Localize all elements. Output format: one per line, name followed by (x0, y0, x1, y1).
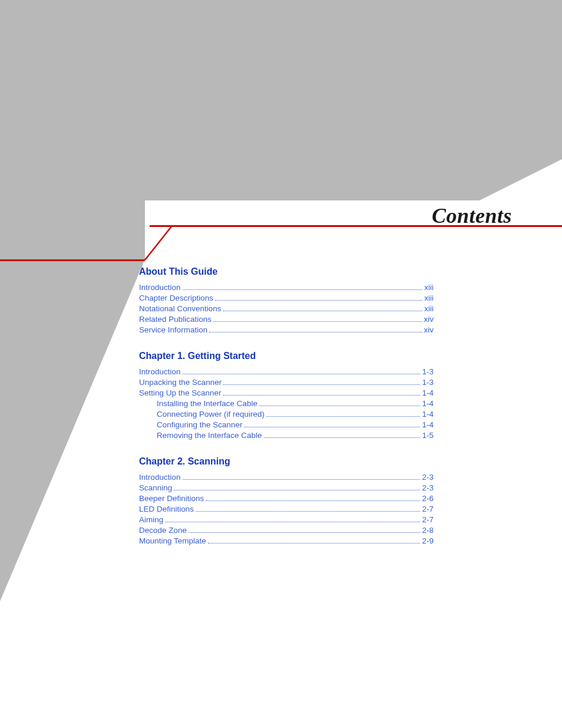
toc-entry-page: 2-7 (422, 505, 434, 513)
toc-entry[interactable]: Scanning2-3 (139, 483, 434, 492)
toc-leader-dots (215, 300, 422, 301)
section-heading[interactable]: About This Guide (139, 266, 434, 277)
toc-entry-label: Setting Up the Scanner (139, 388, 222, 397)
toc-entry-page: 1-4 (422, 399, 434, 408)
toc-entry[interactable]: Aiming2-7 (139, 515, 434, 524)
toc-leader-dots (183, 374, 421, 374)
toc-entry-label: Service Information (139, 325, 207, 334)
toc-entry-label: Introduction (139, 283, 181, 292)
toc-entry[interactable]: Mounting Template2-9 (139, 536, 434, 545)
toc-leader-dots (183, 479, 421, 480)
toc-leader-dots (209, 332, 422, 332)
toc-leader-dots (206, 500, 420, 501)
page-title: Contents (432, 203, 512, 228)
toc-leader-dots (244, 427, 421, 427)
toc-entry-label: Installing the Interface Cable (157, 399, 257, 408)
toc-entry-page: 1-5 (422, 431, 434, 440)
toc-entry-page: 2-3 (422, 483, 434, 492)
toc-leader-dots (223, 395, 421, 396)
toc-entry[interactable]: LED Definitions2-7 (139, 505, 434, 513)
toc-entry[interactable]: Setting Up the Scanner1-4 (139, 388, 434, 397)
page: Contents About This GuideIntroductionxii… (0, 0, 562, 728)
toc-entry-page: xiii (424, 294, 434, 302)
toc-entry-label: Aiming (139, 515, 163, 524)
toc-leader-dots (196, 511, 420, 512)
toc-entry[interactable]: Unpacking the Scanner1-3 (139, 378, 434, 387)
toc-entry-page: 1-4 (422, 388, 434, 397)
svg-line-0 (145, 226, 172, 260)
toc-leader-dots (189, 532, 420, 533)
red-rule-left (0, 259, 145, 261)
toc-entry-label: Introduction (139, 473, 181, 482)
toc-leader-dots (266, 416, 420, 417)
toc-entry-label: Related Publications (139, 315, 211, 324)
toc-entry[interactable]: Chapter Descriptionsxiii (139, 294, 434, 302)
toc-entry-label: Beeper Definitions (139, 494, 204, 503)
red-rule-top (150, 225, 562, 227)
toc-entry-page: 2-3 (422, 473, 434, 482)
toc-entry-label: Introduction (139, 367, 181, 376)
toc-entry[interactable]: Related Publicationsxiv (139, 315, 434, 324)
toc-leader-dots (208, 543, 421, 543)
toc-entry-page: 1-4 (422, 410, 434, 419)
toc-entry-page: 2-9 (422, 536, 434, 545)
toc-entry-page: 2-6 (422, 494, 434, 503)
toc-entry[interactable]: Removing the Interface Cable1-5 (139, 431, 434, 440)
toc-entry[interactable]: Notational Conventionsxiii (139, 304, 434, 313)
red-rule-diagonal (137, 225, 173, 259)
toc-entry-page: 1-3 (422, 367, 434, 376)
header-wedge (480, 159, 562, 200)
toc-leader-dots (223, 311, 423, 311)
toc-entry-page: xiv (424, 325, 434, 334)
toc-leader-dots (183, 289, 423, 290)
toc-leader-dots (174, 490, 420, 490)
toc-entry-page: 1-4 (422, 420, 434, 429)
toc-leader-dots (264, 437, 421, 438)
toc-entry-page: xiii (424, 304, 434, 313)
toc-entry-label: Configuring the Scanner (157, 420, 243, 429)
toc-content: About This GuideIntroductionxiiiChapter … (139, 259, 434, 547)
toc-entry-label: Scanning (139, 483, 172, 492)
toc-entry[interactable]: Decode Zone2-8 (139, 526, 434, 535)
toc-entry[interactable]: Installing the Interface Cable1-4 (139, 399, 434, 408)
left-notch (0, 200, 145, 728)
toc-entry-page: 2-8 (422, 526, 434, 535)
toc-entry-page: xiv (424, 315, 434, 324)
toc-entry-page: 2-7 (422, 515, 434, 524)
toc-entry[interactable]: Introduction2-3 (139, 473, 434, 482)
toc-entry-label: LED Definitions (139, 505, 194, 513)
toc-entry[interactable]: Beeper Definitions2-6 (139, 494, 434, 503)
toc-entry[interactable]: Introduction1-3 (139, 367, 434, 376)
toc-entry-page: 1-3 (422, 378, 434, 387)
toc-entry-label: Decode Zone (139, 526, 187, 535)
toc-entry[interactable]: Introductionxiii (139, 283, 434, 292)
section-heading[interactable]: Chapter 1. Getting Started (139, 351, 434, 361)
toc-entry-label: Mounting Template (139, 536, 206, 545)
toc-entry[interactable]: Configuring the Scanner1-4 (139, 420, 434, 429)
toc-leader-dots (213, 321, 422, 322)
toc-entry-page: xiii (424, 283, 434, 292)
toc-entry-label: Chapter Descriptions (139, 294, 213, 302)
toc-entry-label: Removing the Interface Cable (157, 431, 262, 440)
toc-leader-dots (259, 406, 420, 406)
toc-leader-dots (223, 384, 420, 385)
toc-entry[interactable]: Service Informationxiv (139, 325, 434, 334)
section-heading[interactable]: Chapter 2. Scanning (139, 456, 434, 467)
toc-entry-label: Notational Conventions (139, 304, 222, 313)
toc-leader-dots (165, 522, 420, 522)
toc-entry-label: Connecting Power (if required) (157, 410, 265, 419)
toc-entry-label: Unpacking the Scanner (139, 378, 222, 387)
toc-entry[interactable]: Connecting Power (if required)1-4 (139, 410, 434, 419)
